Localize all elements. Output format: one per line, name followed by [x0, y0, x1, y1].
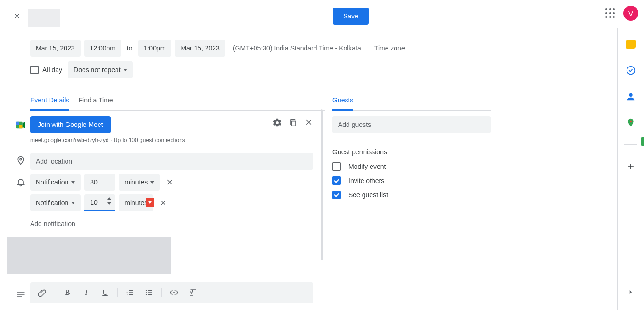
notification-row-1: Notification minutes [30, 174, 174, 191]
underline-icon[interactable]: U [97, 284, 114, 301]
guest-permissions-title: Guest permissions [332, 148, 387, 156]
notification-value-2[interactable] [84, 194, 115, 211]
end-time-chip[interactable]: 1:00pm [138, 40, 172, 57]
allday-checkbox[interactable] [30, 66, 39, 74]
allday-row: All day Does not repeat [30, 61, 133, 78]
svg-rect-1 [16, 122, 19, 125]
tab-event-details[interactable]: Event Details [30, 92, 69, 111]
numbered-list-icon[interactable]: 123 [122, 284, 139, 301]
datetime-row: Mar 15, 2023 12:00pm to 1:00pm Mar 15, 2… [30, 40, 408, 57]
notification-value-1[interactable] [84, 174, 115, 191]
collapse-panel-icon[interactable] [622, 284, 639, 301]
contacts-icon[interactable] [626, 92, 636, 102]
permission-checkbox[interactable] [332, 191, 341, 199]
join-meet-button[interactable]: Join with Google Meet [30, 116, 111, 133]
remove-notification-2[interactable] [159, 199, 167, 207]
permission-checkbox[interactable] [332, 176, 341, 185]
start-time-chip[interactable]: 12:00pm [84, 40, 121, 57]
permission-invite-others[interactable]: Invite others [332, 176, 384, 185]
toolbar-separator [55, 288, 55, 297]
svg-marker-3 [23, 122, 25, 128]
toolbar-separator [117, 288, 118, 297]
timezone-button[interactable]: Time zone [372, 44, 408, 52]
permission-modify-event[interactable]: Modify event [332, 162, 386, 171]
notification-type-label: Notification [36, 178, 68, 186]
repeat-select[interactable]: Does not repeat [68, 61, 133, 78]
title-placeholder [28, 9, 60, 27]
link-icon[interactable] [165, 284, 182, 301]
to-label: to [125, 44, 134, 52]
italic-icon[interactable]: I [78, 284, 95, 301]
chevron-down-icon [124, 69, 127, 71]
tasks-icon[interactable] [626, 65, 636, 75]
svg-text:3: 3 [127, 293, 128, 296]
google-apps-icon[interactable] [605, 8, 615, 18]
save-button[interactable]: Save [333, 8, 369, 25]
notification-type-1[interactable]: Notification [30, 174, 81, 191]
add-notification-button[interactable]: Add notification [30, 220, 75, 227]
notification-stepper[interactable] [107, 197, 112, 205]
notification-value-input-2[interactable] [89, 198, 106, 207]
permission-label: See guest list [348, 191, 388, 199]
clear-format-icon[interactable] [184, 284, 201, 301]
permission-label: Modify event [348, 163, 386, 170]
header-bar: Save [0, 0, 618, 32]
bold-icon[interactable]: B [59, 284, 76, 301]
chevron-down-icon [150, 181, 154, 184]
highlight-marker [146, 198, 154, 207]
notification-unit-label: minutes [124, 199, 148, 207]
svg-point-4 [20, 158, 22, 160]
svg-point-11 [627, 67, 635, 75]
svg-rect-2 [19, 125, 22, 128]
permission-checkbox[interactable] [332, 162, 341, 171]
detail-tabs: Event Details Find a Time [30, 92, 325, 111]
notification-unit-label: minutes [124, 178, 148, 186]
format-toolbar: B I U 123 [30, 282, 313, 303]
tab-find-a-time[interactable]: Find a Time [78, 92, 113, 110]
attach-icon[interactable] [34, 284, 51, 301]
notification-type-2[interactable]: Notification [30, 194, 81, 211]
timezone-text: (GMT+05:30) India Standard Time - Kolkat… [233, 44, 361, 52]
stepper-up-icon[interactable] [107, 197, 111, 200]
notification-unit-2[interactable]: minutes [119, 194, 153, 211]
remove-notification-1[interactable] [165, 178, 174, 186]
toolbar-separator [161, 288, 162, 297]
start-date-chip[interactable]: Mar 15, 2023 [30, 40, 81, 57]
svg-point-12 [629, 93, 632, 97]
allday-label: All day [42, 66, 62, 74]
guests-tabs: Guests [332, 92, 491, 111]
permission-label: Invite others [348, 177, 384, 184]
add-guests-input[interactable] [332, 116, 491, 133]
notification-type-label: Notification [36, 199, 68, 207]
location-icon [13, 156, 28, 165]
header-right: V [605, 6, 638, 21]
allday-checkbox-label[interactable]: All day [30, 66, 62, 74]
event-title-input[interactable] [28, 5, 314, 27]
end-date-chip[interactable]: Mar 15, 2023 [175, 40, 225, 57]
remove-meet-icon[interactable] [305, 118, 313, 127]
maps-icon[interactable] [626, 118, 636, 128]
svg-point-10 [146, 294, 147, 295]
add-addon-icon[interactable]: + [625, 161, 636, 172]
keep-icon[interactable] [626, 40, 636, 49]
description-section: B I U 123 [30, 282, 313, 303]
side-panel-rail: + [617, 28, 644, 310]
location-input[interactable] [30, 153, 313, 170]
scrollbar[interactable] [321, 109, 323, 260]
close-icon[interactable] [11, 10, 23, 22]
permission-see-guest-list[interactable]: See guest list [332, 191, 388, 199]
meet-sub-text: meet.google.com/rwb-dzyh-zyd · Up to 100… [30, 137, 313, 143]
meet-settings-icon[interactable] [272, 118, 282, 127]
notification-icon [13, 177, 28, 187]
notification-value-input-1[interactable] [89, 178, 106, 186]
google-meet-section: Join with Google Meet meet.google.com/rw… [30, 116, 313, 143]
account-avatar[interactable]: V [623, 6, 638, 21]
svg-point-9 [146, 292, 147, 293]
bulleted-list-icon[interactable] [140, 284, 157, 301]
meet-actions [272, 118, 313, 127]
stepper-down-icon[interactable] [107, 202, 111, 205]
repeat-label: Does not repeat [74, 66, 121, 74]
notification-unit-1[interactable]: minutes [119, 174, 160, 191]
copy-meet-icon[interactable] [289, 118, 298, 127]
tab-guests[interactable]: Guests [332, 92, 353, 111]
